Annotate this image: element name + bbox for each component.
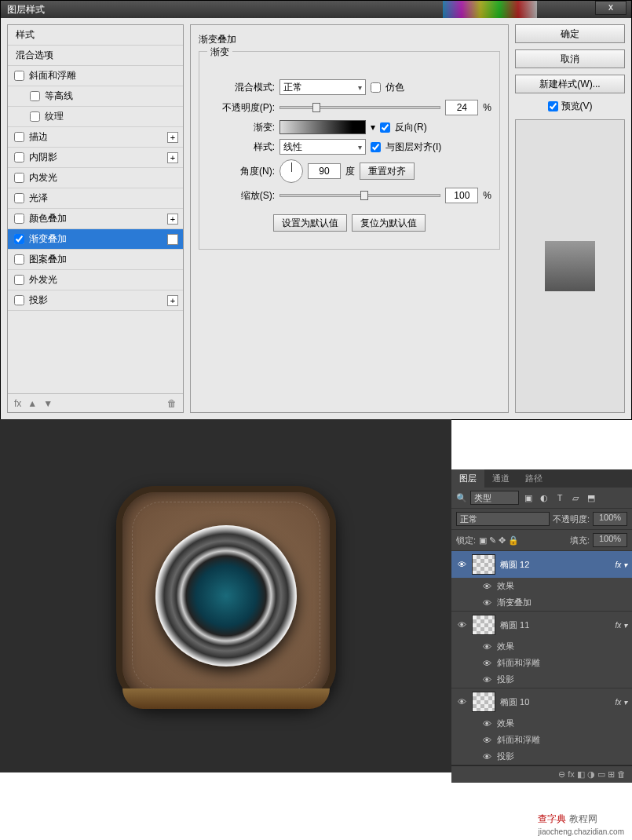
layer-row[interactable]: 👁椭圆 11fx ▾ (451, 612, 632, 638)
style-checkbox[interactable] (14, 234, 24, 244)
add-icon[interactable]: + (167, 295, 178, 306)
effects-header[interactable]: 👁效果 (451, 638, 632, 655)
preview-toggle[interactable]: 预览(V) (515, 100, 625, 113)
style-item[interactable]: 外发光 (8, 270, 183, 290)
add-icon[interactable]: + (167, 214, 178, 225)
layer-row[interactable]: 👁椭圆 12fx ▾ (451, 551, 632, 578)
fx-badge[interactable]: fx ▾ (615, 621, 627, 630)
fx-badge[interactable]: fx ▾ (615, 698, 627, 707)
close-button[interactable]: x (595, 1, 627, 15)
fx-icon[interactable]: fx (14, 398, 21, 409)
move-down-icon[interactable]: ▼ (43, 398, 53, 409)
style-item[interactable]: 颜色叠加+ (8, 209, 183, 229)
add-icon[interactable]: + (167, 152, 178, 163)
add-icon[interactable]: + (167, 234, 178, 245)
filter-smart-icon[interactable]: ⬒ (585, 491, 597, 504)
make-default-button[interactable]: 设置为默认值 (273, 214, 347, 232)
style-select[interactable]: 线性▾ (279, 139, 366, 155)
gradient-preview[interactable] (279, 120, 366, 134)
gradient-fieldset: 渐变 混合模式: 正常▾ 仿色 不透明度(P): % 渐变: (199, 51, 500, 250)
dialog-titlebar[interactable]: 图层样式 x (1, 1, 631, 18)
add-icon[interactable]: + (167, 132, 178, 143)
layer-thumb (472, 692, 495, 712)
blend-mode-select[interactable]: 正常▾ (279, 79, 366, 95)
style-item[interactable]: 等高线 (8, 86, 183, 107)
style-checkbox[interactable] (14, 254, 24, 265)
align-checkbox[interactable] (371, 142, 381, 152)
opacity-input[interactable] (445, 100, 478, 115)
effects-header[interactable]: 👁效果 (451, 578, 632, 594)
cancel-button[interactable]: 取消 (515, 49, 625, 68)
visibility-icon[interactable]: 👁 (481, 752, 492, 761)
move-up-icon[interactable]: ▲ (27, 398, 37, 409)
trash-icon[interactable]: 🗑 (167, 398, 177, 409)
effect-item[interactable]: 👁投影 (451, 671, 632, 688)
style-checkbox[interactable] (14, 214, 24, 224)
effect-item[interactable]: 👁斜面和浮雕 (451, 655, 632, 671)
new-style-button[interactable]: 新建样式(W)... (515, 75, 625, 93)
reverse-checkbox[interactable] (380, 122, 390, 133)
filter-text-icon[interactable]: T (553, 491, 566, 504)
tab-paths[interactable]: 路径 (517, 469, 550, 488)
visibility-icon[interactable]: 👁 (481, 582, 492, 591)
angle-dial[interactable] (279, 159, 303, 183)
dither-checkbox[interactable] (371, 82, 381, 93)
opacity-slider[interactable] (279, 106, 440, 109)
style-checkbox[interactable] (14, 275, 24, 285)
style-item[interactable]: 内发光 (8, 168, 183, 188)
visibility-icon[interactable]: 👁 (456, 560, 467, 569)
filter-pixel-icon[interactable]: ▣ (522, 491, 535, 504)
style-item[interactable]: 纹理 (8, 107, 183, 127)
angle-input[interactable] (308, 163, 341, 179)
scale-slider[interactable] (279, 194, 440, 197)
reset-default-button[interactable]: 复位为默认值 (352, 214, 426, 232)
fx-badge[interactable]: fx ▾ (615, 561, 627, 569)
visibility-icon[interactable]: 👁 (481, 719, 492, 729)
tab-channels[interactable]: 通道 (484, 469, 517, 488)
layer-row[interactable]: 👁椭圆 10fx ▾ (451, 688, 632, 715)
ok-button[interactable]: 确定 (515, 24, 625, 43)
visibility-icon[interactable]: 👁 (481, 598, 492, 608)
effect-item[interactable]: 👁投影 (451, 748, 632, 765)
style-checkbox[interactable] (30, 111, 40, 122)
style-checkbox[interactable] (14, 295, 24, 305)
visibility-icon[interactable]: 👁 (456, 620, 467, 630)
style-checkbox[interactable] (30, 91, 40, 101)
style-item[interactable]: 投影+ (8, 290, 183, 311)
reset-align-button[interactable]: 重置对齐 (360, 163, 415, 180)
visibility-icon[interactable]: 👁 (481, 642, 492, 652)
visibility-icon[interactable]: 👁 (481, 659, 492, 668)
layers-footer[interactable]: ⊖ fx ◧ ◑ ▭ ⊞ 🗑 (451, 765, 632, 783)
layer-blend-select[interactable]: 正常▾ (456, 512, 550, 526)
tab-layers[interactable]: 图层 (451, 469, 484, 488)
filter-adjust-icon[interactable]: ◐ (538, 491, 550, 504)
filter-kind-select[interactable]: 类型▾ (470, 491, 519, 505)
blend-options[interactable]: 混合选项 (8, 46, 183, 66)
style-item[interactable]: 渐变叠加+ (8, 229, 183, 250)
visibility-icon[interactable]: 👁 (481, 736, 492, 745)
style-item[interactable]: 图案叠加 (8, 250, 183, 270)
chevron-down-icon[interactable]: ▾ (371, 122, 375, 133)
styles-header[interactable]: 样式 (8, 25, 183, 46)
style-checkbox[interactable] (14, 152, 24, 163)
preview-checkbox[interactable] (548, 101, 558, 111)
style-item[interactable]: 描边+ (8, 127, 183, 148)
lock-icons[interactable]: ▣ ✎ ✥ 🔒 (479, 535, 519, 546)
style-checkbox[interactable] (14, 193, 24, 203)
style-item[interactable]: 内阴影+ (8, 148, 183, 168)
scale-input[interactable] (445, 188, 478, 203)
style-checkbox[interactable] (14, 173, 24, 183)
layer-opacity-input[interactable]: 100% (593, 512, 627, 526)
effect-item[interactable]: 👁渐变叠加 (451, 594, 632, 611)
filter-shape-icon[interactable]: ▱ (569, 491, 582, 504)
style-item[interactable]: 斜面和浮雕 (8, 66, 183, 86)
effects-header[interactable]: 👁效果 (451, 715, 632, 732)
fill-input[interactable]: 100% (593, 533, 627, 547)
effect-item[interactable]: 👁斜面和浮雕 (451, 732, 632, 748)
style-item[interactable]: 光泽 (8, 188, 183, 209)
visibility-icon[interactable]: 👁 (481, 675, 492, 685)
style-checkbox[interactable] (14, 71, 24, 81)
layer: 👁椭圆 10fx ▾👁效果👁斜面和浮雕👁投影 (451, 688, 632, 765)
style-checkbox[interactable] (14, 132, 24, 142)
visibility-icon[interactable]: 👁 (456, 697, 467, 707)
